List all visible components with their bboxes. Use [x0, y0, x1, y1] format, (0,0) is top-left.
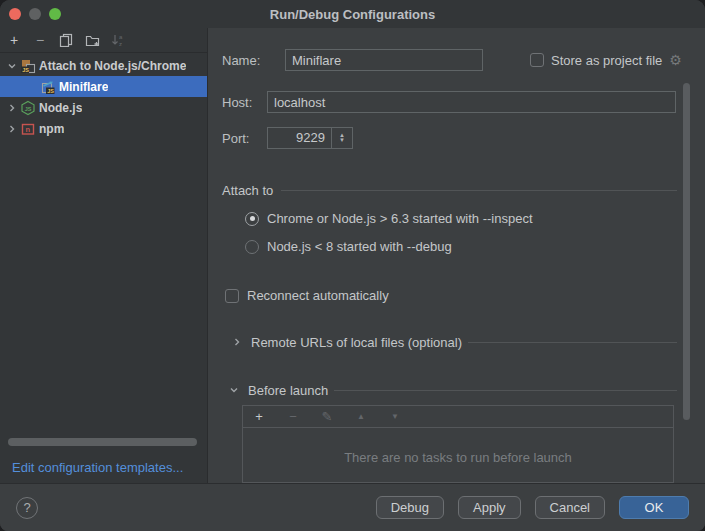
dialog-title: Run/Debug Configurations	[0, 7, 705, 22]
apply-button[interactable]: Apply	[458, 496, 521, 519]
remove-task-icon[interactable]: −	[285, 409, 301, 425]
configurations-sidebar: + −	[0, 28, 208, 483]
tree-item-label: Miniflare	[59, 80, 108, 94]
new-folder-icon[interactable]	[84, 32, 100, 48]
store-as-project-file-checkbox[interactable]	[530, 53, 544, 67]
sidebar-toolbar: + −	[0, 28, 207, 53]
zoom-window-button[interactable]	[49, 8, 61, 20]
radio-unselected-icon	[245, 240, 259, 254]
pencil-icon: ✎	[322, 410, 333, 424]
name-label: Name:	[222, 53, 260, 68]
minus-icon: −	[289, 410, 297, 424]
separator-line	[334, 390, 677, 391]
configurations-tree: JS Attach to Node.js/Chrome JS	[0, 53, 207, 139]
chevron-down-icon	[226, 385, 242, 395]
footer-buttons: Debug Apply Cancel OK	[376, 496, 689, 519]
dialog-footer: ? Debug Apply Cancel OK	[0, 483, 705, 531]
tree-item-nodejs[interactable]: JS Node.js	[0, 97, 207, 118]
svg-text:JS: JS	[22, 66, 29, 72]
separator-line	[468, 342, 677, 343]
copy-icon	[59, 33, 73, 47]
edit-configuration-templates-link[interactable]: Edit configuration templates...	[12, 460, 183, 475]
move-task-up-icon[interactable]: ▲	[353, 409, 369, 425]
titlebar: Run/Debug Configurations	[0, 0, 705, 28]
gear-icon[interactable]: ⚙	[669, 53, 682, 67]
edit-task-icon[interactable]: ✎	[319, 409, 335, 425]
store-as-project-file: Store as project file ⚙	[530, 50, 682, 70]
nodejs-icon: JS	[20, 100, 36, 116]
reconnect-checkbox[interactable]	[225, 289, 239, 303]
radio-chrome-or-nodejs-inspect[interactable]: Chrome or Node.js > 6.3 started with --i…	[245, 211, 533, 226]
reconnect-label: Reconnect automatically	[247, 288, 389, 303]
radio-nodejs-debug[interactable]: Node.js < 8 started with --debug	[245, 239, 452, 254]
help-button[interactable]: ?	[16, 497, 38, 519]
tree-item-attach-to-nodejs-chrome[interactable]: JS Attach to Node.js/Chrome	[0, 55, 207, 76]
run-debug-configurations-dialog: Run/Debug Configurations + −	[0, 0, 705, 531]
form-vertical-scrollbar[interactable]	[683, 83, 690, 420]
store-as-project-file-label: Store as project file	[551, 53, 662, 68]
window-controls	[0, 8, 61, 20]
radio-label: Node.js < 8 started with --debug	[267, 239, 452, 254]
arrow-up-icon: ▲	[357, 410, 365, 424]
svg-text:a: a	[119, 34, 123, 40]
chevron-down-icon[interactable]	[4, 61, 20, 71]
tree-item-label: npm	[39, 122, 64, 136]
sort-alphabetically-icon: a z	[111, 33, 125, 47]
sidebar-horizontal-scrollbar[interactable]	[8, 438, 197, 446]
remove-configuration-icon[interactable]: −	[32, 32, 48, 48]
before-launch-label: Before launch	[248, 383, 328, 398]
port-input[interactable]: 9229 ▲ ▼	[267, 127, 353, 149]
tree-item-label: Attach to Node.js/Chrome	[39, 59, 186, 73]
tree-item-miniflare[interactable]: JS Miniflare	[0, 76, 207, 97]
stepper-down-icon: ▼	[339, 138, 345, 143]
add-configuration-icon[interactable]: +	[6, 32, 22, 48]
minus-icon: −	[36, 33, 44, 47]
close-window-button[interactable]	[9, 8, 21, 20]
arrow-down-icon: ▼	[391, 410, 399, 424]
plus-icon: +	[10, 33, 18, 47]
before-launch-toolbar: + − ✎ ▲ ▼	[243, 406, 673, 428]
cancel-button[interactable]: Cancel	[535, 496, 605, 519]
minimize-window-button[interactable]	[29, 8, 41, 20]
attach-config-type-icon: JS	[20, 58, 36, 74]
svg-text:JS: JS	[25, 105, 32, 111]
svg-text:n: n	[26, 125, 31, 134]
debug-button[interactable]: Debug	[376, 496, 444, 519]
port-value: 9229	[268, 128, 331, 148]
no-tasks-message: There are no tasks to run before launch	[243, 450, 673, 465]
host-input[interactable]	[267, 91, 676, 113]
npm-icon: n	[20, 121, 36, 137]
move-task-down-icon[interactable]: ▼	[387, 409, 403, 425]
separator-line	[281, 190, 677, 191]
radio-selected-icon	[245, 212, 259, 226]
port-stepper[interactable]: ▲ ▼	[331, 128, 352, 148]
port-label: Port:	[222, 131, 249, 146]
name-input[interactable]	[285, 49, 483, 71]
copy-configuration-icon[interactable]	[58, 32, 74, 48]
chevron-right-icon[interactable]	[4, 103, 20, 113]
attach-run-config-icon: JS	[40, 79, 56, 95]
add-task-icon[interactable]: +	[251, 409, 267, 425]
radio-label: Chrome or Node.js > 6.3 started with --i…	[267, 211, 533, 226]
before-launch-tasks-panel: + − ✎ ▲ ▼ There are no tasks to run	[242, 405, 674, 483]
host-label: Host:	[222, 95, 252, 110]
sort-configurations-icon[interactable]: a z	[110, 32, 126, 48]
reconnect-automatically-checkbox-row[interactable]: Reconnect automatically	[225, 288, 389, 303]
before-launch-section-header[interactable]: Before launch	[222, 383, 677, 397]
ok-button[interactable]: OK	[619, 496, 689, 519]
svg-text:z: z	[119, 41, 122, 47]
chevron-right-icon	[229, 337, 245, 347]
attach-to-section-header: Attach to	[222, 183, 677, 197]
chevron-right-icon[interactable]	[4, 124, 20, 134]
attach-to-label: Attach to	[222, 183, 273, 198]
remote-urls-section-header[interactable]: Remote URLs of local files (optional)	[225, 335, 677, 349]
tree-item-label: Node.js	[39, 101, 82, 115]
configuration-form: Name: Store as project file ⚙ Host: Port…	[208, 28, 705, 483]
remote-urls-label: Remote URLs of local files (optional)	[251, 335, 462, 350]
folder-plus-icon	[85, 33, 100, 47]
svg-text:JS: JS	[47, 87, 54, 93]
plus-icon: +	[255, 410, 263, 424]
tree-item-npm[interactable]: n npm	[0, 118, 207, 139]
